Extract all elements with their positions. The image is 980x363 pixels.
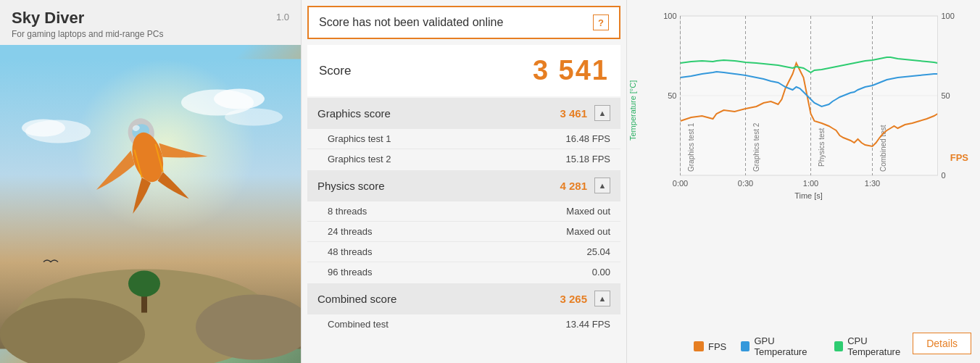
- fps-legend-dot: [694, 341, 704, 351]
- legend-cpu-temp: CPU Temperature: [834, 335, 913, 357]
- score-row: Score 3 541: [307, 45, 620, 96]
- benchmark-image: [0, 45, 301, 363]
- validation-banner: Score has not been validated online ?: [307, 6, 620, 39]
- section-score-combined: 3 265: [560, 293, 587, 305]
- chart-legend: FPS GPU Temperature CPU Temperature: [665, 330, 913, 357]
- row-value: 0.00: [592, 267, 610, 278]
- row-label: Graphics test 1: [328, 133, 391, 144]
- section-title-graphics: Graphics score: [317, 107, 391, 120]
- table-row: Graphics test 116.48 FPS: [307, 128, 620, 149]
- svg-text:0:30: 0:30: [738, 179, 753, 188]
- row-value: 13.44 FPS: [566, 319, 610, 330]
- section-score-graphics: 3 461: [560, 107, 587, 120]
- svg-text:50: 50: [668, 91, 676, 100]
- table-row: 24 threadsMaxed out: [307, 221, 620, 241]
- y-axis-left-label: Temperature [°C]: [628, 80, 637, 140]
- row-label: Graphics test 2: [328, 154, 391, 164]
- help-button[interactable]: ?: [593, 14, 609, 30]
- row-value: Maxed out: [566, 226, 610, 237]
- cpu-temp-legend-dot: [834, 341, 843, 351]
- svg-text:1:00: 1:00: [803, 179, 818, 188]
- svg-point-4: [225, 109, 283, 126]
- legend-gpu-temp: GPU Temperature: [741, 335, 820, 357]
- collapse-button-combined[interactable]: ▲: [594, 291, 610, 306]
- details-button[interactable]: Details: [913, 333, 971, 354]
- gpu-temp-legend-dot: [741, 341, 749, 351]
- row-label: 8 threads: [328, 206, 367, 217]
- cpu-temp-legend-label: CPU Temperature: [847, 335, 913, 357]
- svg-text:Physics test: Physics test: [818, 128, 826, 167]
- benchmark-version: 1.0: [276, 12, 289, 22]
- row-value: 16.48 FPS: [566, 133, 610, 144]
- section-header-physics: Physics score4 281▲: [307, 170, 620, 201]
- section-combined: Combined score3 265▲Combined test13.44 F…: [307, 283, 620, 334]
- fps-legend-label: FPS: [708, 341, 726, 352]
- score-value: 3 541: [533, 55, 609, 86]
- svg-text:Graphics test 2: Graphics test 2: [752, 122, 760, 172]
- svg-text:50: 50: [942, 91, 950, 100]
- collapse-button-physics[interactable]: ▲: [594, 178, 610, 193]
- table-row: 96 threads0.00: [307, 262, 620, 282]
- gpu-temp-legend-label: GPU Temperature: [754, 335, 820, 357]
- row-label: 24 threads: [328, 226, 372, 237]
- svg-text:0:00: 0:00: [673, 179, 688, 188]
- row-label: 96 threads: [328, 267, 372, 278]
- score-label: Score: [319, 64, 351, 78]
- svg-point-11: [128, 271, 160, 297]
- section-header-graphics: Graphics score3 461▲: [307, 98, 620, 128]
- svg-text:1:30: 1:30: [865, 179, 880, 188]
- benchmark-title: Sky Diver: [12, 9, 163, 28]
- row-label: Combined test: [328, 319, 389, 330]
- y-axis-right-label: FPS: [950, 152, 968, 163]
- sections-container: Graphics score3 461▲Graphics test 116.48…: [302, 98, 626, 334]
- row-label: 48 threads: [328, 246, 372, 257]
- section-score-physics: 4 281: [560, 180, 587, 192]
- middle-panel: Score has not been validated online ? Sc…: [301, 0, 627, 363]
- svg-text:Graphics test 1: Graphics test 1: [687, 122, 695, 172]
- table-row: 48 threads25.04: [307, 241, 620, 262]
- left-panel: Sky Diver For gaming laptops and mid-ran…: [0, 0, 301, 363]
- row-value: Maxed out: [566, 206, 610, 217]
- benchmark-header: Sky Diver For gaming laptops and mid-ran…: [0, 0, 301, 45]
- benchmark-subtitle: For gaming laptops and mid-range PCs: [12, 29, 163, 39]
- collapse-button-graphics[interactable]: ▲: [594, 105, 610, 121]
- section-graphics: Graphics score3 461▲Graphics test 116.48…: [307, 98, 620, 169]
- section-physics: Physics score4 281▲8 threadsMaxed out24 …: [307, 170, 620, 282]
- section-title-physics: Physics score: [317, 180, 385, 192]
- table-row: 8 threadsMaxed out: [307, 201, 620, 221]
- row-value: 25.04: [586, 246, 610, 257]
- svg-point-3: [214, 89, 265, 109]
- table-row: Combined test13.44 FPS: [307, 314, 620, 334]
- chart-footer: FPS GPU Temperature CPU Temperature Deta…: [636, 327, 971, 357]
- svg-text:100: 100: [942, 12, 955, 20]
- svg-point-6: [22, 120, 65, 137]
- chart-svg: 100 50 100 50 0 Graphics test 1 Graphics…: [636, 9, 971, 212]
- right-panel: Temperature [°C] FPS 100 50 100 50 0: [627, 0, 980, 363]
- svg-text:0: 0: [942, 171, 946, 180]
- section-header-combined: Combined score3 265▲: [307, 283, 620, 314]
- svg-text:Time [s]: Time [s]: [794, 191, 823, 200]
- row-value: 15.18 FPS: [566, 154, 610, 164]
- legend-fps: FPS: [694, 341, 726, 352]
- chart-wrapper: Temperature [°C] FPS 100 50 100 50 0: [636, 9, 971, 327]
- validation-text: Score has not been validated online: [319, 16, 503, 29]
- svg-text:100: 100: [663, 12, 676, 20]
- table-row: Graphics test 215.18 FPS: [307, 149, 620, 169]
- section-title-combined: Combined score: [317, 293, 396, 305]
